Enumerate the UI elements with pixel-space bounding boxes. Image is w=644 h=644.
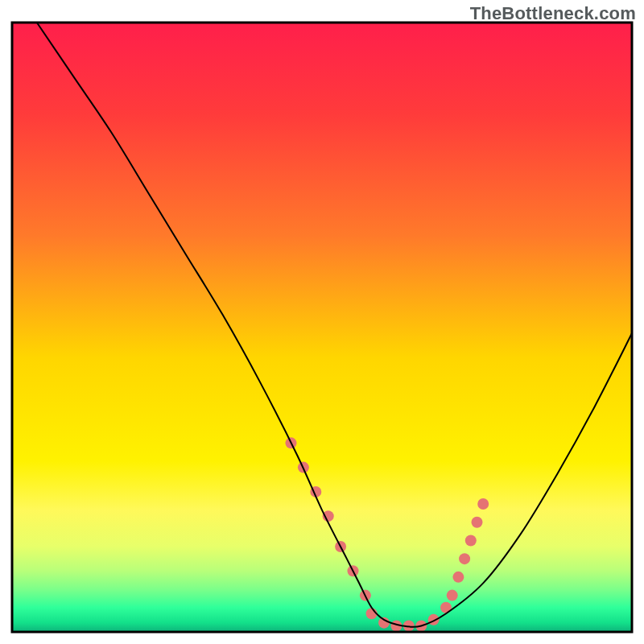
marker-dot [459, 553, 470, 564]
plot-area [12, 23, 632, 632]
marker-dot [447, 590, 458, 601]
marker-dot [465, 535, 477, 546]
marker-dot [472, 517, 483, 528]
chart-background [12, 23, 632, 632]
watermark-text: TheBottleneck.com [470, 3, 636, 24]
chart-container: TheBottleneck.com [0, 0, 644, 644]
marker-dot [477, 498, 489, 510]
bottleneck-chart [0, 0, 644, 644]
marker-dot [452, 572, 464, 583]
